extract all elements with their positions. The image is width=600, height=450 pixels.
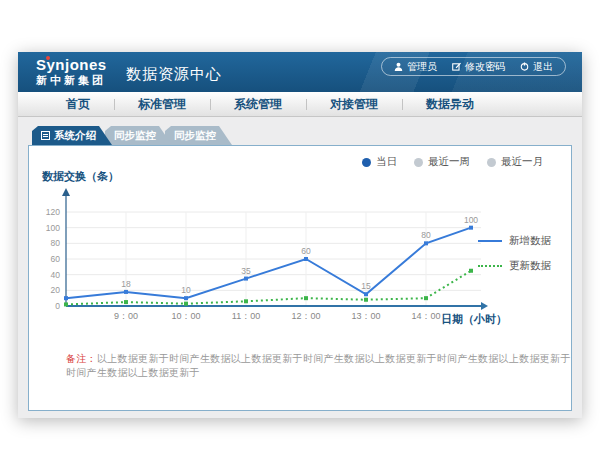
- content-area: 系统介绍 同步监控 同步监控 当日 最近一周: [18, 117, 582, 417]
- data-point: [244, 277, 248, 281]
- data-point: [124, 290, 128, 294]
- data-point-label: 15: [361, 281, 371, 291]
- data-point: [364, 292, 368, 296]
- company-logo: Synjones 新中新集团: [36, 56, 107, 86]
- y-tick-label: 120: [46, 207, 60, 217]
- nav-item-system[interactable]: 系统管理: [210, 96, 306, 113]
- blue-line-icon: [478, 240, 502, 242]
- line-chart: 0204060801001209：0010：0011：0012：0013：001…: [29, 186, 529, 346]
- radio-today[interactable]: 当日: [362, 155, 397, 169]
- green-dotted-line-icon: [478, 265, 502, 267]
- logout-button[interactable]: 退出: [520, 60, 553, 74]
- data-point: [304, 257, 308, 261]
- logo-text-en: Synjones: [36, 57, 107, 74]
- data-point: [304, 296, 308, 300]
- data-point: [124, 300, 128, 304]
- logout-icon: [520, 62, 529, 71]
- y-tick-label: 80: [51, 238, 61, 248]
- nav-item-home[interactable]: 首页: [42, 96, 114, 113]
- document-icon: [41, 131, 50, 140]
- data-point: [424, 241, 428, 245]
- user-icon: [394, 62, 403, 71]
- logo-text-cn: 新中新集团: [36, 74, 107, 86]
- change-password-button[interactable]: 修改密码: [452, 60, 505, 74]
- y-axis-arrow-icon: [62, 188, 70, 196]
- data-point: [64, 296, 68, 300]
- data-point: [64, 302, 68, 306]
- data-point-label: 10: [181, 285, 191, 295]
- tab-sync-monitor-2[interactable]: 同步监控: [165, 126, 232, 145]
- app-header: Synjones 新中新集团 数据资源中心 管理员 修改密码: [18, 52, 582, 92]
- x-tick-label: 11：00: [232, 311, 260, 321]
- data-point: [469, 226, 473, 230]
- page-title: 数据资源中心: [126, 65, 222, 84]
- x-tick-label: 12：00: [291, 311, 320, 321]
- main-nav: 首页 标准管理 系统管理 对接管理 数据异动: [18, 92, 582, 117]
- x-axis-title: 日期（小时）: [441, 313, 507, 326]
- y-tick-label: 40: [51, 270, 61, 280]
- nav-item-data-change[interactable]: 数据异动: [402, 96, 498, 113]
- y-tick-label: 60: [51, 254, 61, 264]
- tab-bar: 系统介绍 同步监控 同步监控: [32, 126, 572, 145]
- data-point: [469, 269, 473, 273]
- data-point: [364, 298, 368, 302]
- y-axis-title: 数据交换（条）: [42, 169, 119, 184]
- chart-panel: 当日 最近一周 最近一月 数据交换（条） 0204060801001209：00…: [28, 145, 572, 411]
- radio-last-week[interactable]: 最近一周: [414, 155, 470, 169]
- nav-item-standards[interactable]: 标准管理: [114, 96, 210, 113]
- data-point: [184, 296, 188, 300]
- data-point-label: 80: [421, 230, 431, 240]
- data-point-label: 35: [241, 266, 251, 276]
- note-label: 备注：: [66, 353, 97, 364]
- data-point-label: 60: [301, 246, 311, 256]
- radio-last-month[interactable]: 最近一月: [487, 155, 543, 169]
- x-tick-label: 13：00: [351, 311, 380, 321]
- data-point: [184, 302, 188, 306]
- y-tick-label: 0: [55, 301, 60, 311]
- tab-system-intro[interactable]: 系统介绍: [32, 126, 112, 145]
- data-point: [244, 299, 248, 303]
- legend-item-updated-data: 更新数据: [478, 259, 551, 273]
- data-point-label: 18: [121, 279, 131, 289]
- app-window: Synjones 新中新集团 数据资源中心 管理员 修改密码: [18, 52, 582, 418]
- radio-dot-icon: [487, 158, 496, 167]
- footer-note: 备注：以上数据更新于时间产生数据以上数据更新于时间产生数据以上数据更新于时间产生…: [66, 352, 571, 380]
- logo-red-dot-icon: [46, 56, 50, 60]
- x-tick-label: 9：00: [114, 311, 138, 321]
- y-tick-label: 100: [46, 223, 60, 233]
- nav-item-integration[interactable]: 对接管理: [306, 96, 402, 113]
- current-user-button[interactable]: 管理员: [394, 60, 437, 74]
- data-point: [424, 296, 428, 300]
- data-point-label: 100: [464, 215, 478, 225]
- x-axis-arrow-icon: [481, 302, 488, 310]
- y-tick-label: 20: [51, 285, 61, 295]
- note-text: 以上数据更新于时间产生数据以上数据更新于时间产生数据以上数据更新于时间产生数据以…: [66, 353, 571, 378]
- radio-dot-icon: [414, 158, 423, 167]
- time-range-filter: 当日 最近一周 最近一月: [362, 155, 543, 169]
- x-tick-label: 10：00: [171, 311, 200, 321]
- legend-item-new-data: 新增数据: [478, 234, 551, 248]
- header-user-actions: 管理员 修改密码 退出: [381, 57, 566, 76]
- x-tick-label: 14：00: [411, 311, 440, 321]
- radio-dot-icon: [362, 158, 371, 167]
- edit-icon: [452, 62, 461, 71]
- chart-legend: 新增数据 更新数据: [478, 234, 551, 284]
- tab-sync-monitor-1[interactable]: 同步监控: [105, 126, 172, 145]
